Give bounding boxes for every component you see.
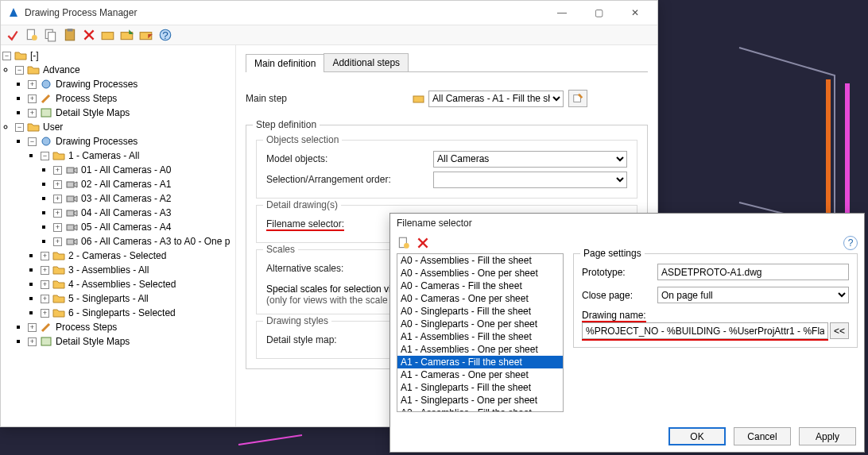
expand-toggle[interactable]: + xyxy=(53,209,62,218)
list-item[interactable]: A1 - Cameras - Fill the sheet xyxy=(397,356,563,368)
expand-toggle[interactable]: + xyxy=(41,266,49,275)
tab-main-definition[interactable]: Main definition xyxy=(246,54,324,72)
prototype-input[interactable] xyxy=(657,264,849,280)
expand-toggle[interactable]: + xyxy=(28,80,37,89)
main-titlebar[interactable]: Drawing Process Manager — ▢ ✕ xyxy=(1,1,657,25)
expand-toggle[interactable]: + xyxy=(28,109,37,118)
expand-toggle[interactable]: + xyxy=(53,195,62,203)
toolbar-delete-icon[interactable] xyxy=(82,28,96,42)
expand-toggle[interactable]: + xyxy=(28,337,37,346)
main-step-combo[interactable]: All Cameras - A1 - Fill the sheet xyxy=(428,91,564,107)
app-icon xyxy=(7,6,20,19)
filename-selector-dialog: Filename selector ? A0 - Assemblies - Fi… xyxy=(389,213,865,453)
tree-cameras-all[interactable]: − 1 - Cameras - All xyxy=(41,148,234,163)
tree-c04[interactable]: + 04 - All Cameras - A3 xyxy=(53,206,234,220)
expand-toggle[interactable]: + xyxy=(41,280,49,289)
dialog-help-icon[interactable]: ? xyxy=(843,236,858,250)
list-item[interactable]: A1 - Assemblies - One per sheet xyxy=(397,343,563,356)
expand-toggle[interactable]: + xyxy=(41,309,49,318)
dialog-new-icon[interactable] xyxy=(397,236,411,250)
tree-label: Drawing Processes xyxy=(56,79,138,90)
list-item[interactable]: A0 - Assemblies - Fill the sheet xyxy=(397,254,563,267)
tree-sp_sel[interactable]: + 6 - Singleparts - Selected xyxy=(41,306,234,320)
model-objects-combo[interactable]: All Cameras xyxy=(433,151,627,168)
list-item[interactable]: A1 - Cameras - One per sheet xyxy=(397,368,563,381)
tree-label: 06 - All Cameras - A3 to A0 - One p xyxy=(81,236,230,247)
tree-sp_all[interactable]: + 5 - Singleparts - All xyxy=(41,291,234,306)
expand-toggle[interactable]: + xyxy=(53,180,62,189)
tree-advance[interactable]: − Advance xyxy=(15,63,234,77)
tree-user-ps[interactable]: + Process Steps xyxy=(28,320,234,334)
list-item[interactable]: A1 - Singleparts - One per sheet xyxy=(397,394,563,407)
main-step-edit-button[interactable] xyxy=(568,90,587,107)
tree-user-dsm[interactable]: + Detail Style Maps xyxy=(28,334,234,349)
tree-root[interactable]: − [-] xyxy=(2,48,234,63)
cancel-button[interactable]: Cancel xyxy=(734,427,791,445)
special-scales-label: Special scales for selection views xyxy=(266,283,408,295)
tree-c05[interactable]: + 05 - All Cameras - A4 xyxy=(53,220,234,234)
tree-label: 4 - Assemblies - Selected xyxy=(68,279,176,290)
dialog-title[interactable]: Filename selector xyxy=(390,214,864,233)
selection-order-combo[interactable] xyxy=(433,172,627,188)
list-item[interactable]: A0 - Cameras - One per sheet xyxy=(397,292,563,305)
tree-pane[interactable]: − [-] − Advance + Drawing Processes + Pr… xyxy=(1,45,236,426)
expand-toggle[interactable]: − xyxy=(15,66,24,75)
expand-toggle[interactable]: − xyxy=(28,137,37,146)
maximize-button[interactable]: ▢ xyxy=(583,2,614,24)
expand-toggle[interactable]: + xyxy=(53,237,62,246)
expand-toggle[interactable]: + xyxy=(53,223,62,232)
expand-toggle[interactable]: + xyxy=(41,295,49,303)
page-settings-group: Page settings Prototype: Close page: On … xyxy=(573,253,858,348)
filename-selector-list[interactable]: A0 - Assemblies - Fill the sheetA0 - Ass… xyxy=(397,253,564,412)
tree-asm_all[interactable]: + 3 - Assemblies - All xyxy=(41,263,234,277)
list-item[interactable]: A0 - Assemblies - One per sheet xyxy=(397,267,563,280)
toolbar-folder1-icon[interactable] xyxy=(101,28,115,42)
expand-toggle[interactable]: − xyxy=(15,123,24,132)
expand-toggle[interactable]: + xyxy=(41,252,49,260)
tree-cam_sel[interactable]: + 2 - Cameras - Selected xyxy=(41,249,234,263)
list-item[interactable]: A0 - Singleparts - Fill the sheet xyxy=(397,305,563,318)
expand-toggle[interactable]: − xyxy=(2,52,11,60)
expand-toggle[interactable]: − xyxy=(41,152,49,160)
tree-asm_sel[interactable]: + 4 - Assemblies - Selected xyxy=(41,277,234,291)
expand-toggle[interactable]: + xyxy=(53,166,62,175)
toolbar-paste-icon[interactable] xyxy=(63,28,77,42)
tree-user[interactable]: − User xyxy=(15,120,234,134)
toolbar-new-icon[interactable] xyxy=(25,28,39,42)
svg-marker-34 xyxy=(74,239,77,245)
close-page-combo[interactable]: On page full xyxy=(657,287,849,303)
dialog-delete-icon[interactable] xyxy=(416,236,430,250)
model-objects-label: Model objects: xyxy=(266,153,433,164)
tree-advance-dsm[interactable]: + Detail Style Maps xyxy=(28,106,234,120)
close-button[interactable]: ✕ xyxy=(619,2,651,24)
toolbar-folder2-icon[interactable] xyxy=(120,28,134,42)
minimize-button[interactable]: — xyxy=(546,2,578,24)
list-item[interactable]: A0 - Cameras - Fill the sheet xyxy=(397,280,563,292)
tree-c06[interactable]: + 06 - All Cameras - A3 to A0 - One p xyxy=(53,234,234,249)
tree-advance-dp[interactable]: + Drawing Processes xyxy=(28,77,234,91)
drawing-name-input[interactable] xyxy=(582,322,828,339)
toolbar-folder3-icon[interactable] xyxy=(139,28,153,42)
tree-user-dp[interactable]: − Drawing Processes xyxy=(28,134,234,148)
toolbar-copy-icon[interactable] xyxy=(44,28,58,42)
toolbar-check-icon[interactable] xyxy=(6,28,20,42)
list-item[interactable]: A0 - Singleparts - One per sheet xyxy=(397,318,563,330)
list-item[interactable]: A1 - Assemblies - Fill the sheet xyxy=(397,330,563,343)
ok-button[interactable]: OK xyxy=(668,427,726,445)
expand-toggle[interactable]: + xyxy=(28,323,37,332)
toolbar-help-icon[interactable]: ? xyxy=(158,28,172,42)
tab-additional-steps[interactable]: Additional steps xyxy=(324,53,409,71)
list-item[interactable]: A1 - Singleparts - Fill the sheet xyxy=(397,381,563,394)
tree-c02[interactable]: + 02 - All Cameras - A1 xyxy=(53,177,234,191)
tree-advance-ps[interactable]: + Process Steps xyxy=(28,91,234,106)
drawing-name-label: Drawing name: xyxy=(582,310,657,321)
apply-button[interactable]: Apply xyxy=(799,427,856,445)
tree-icon xyxy=(40,78,52,91)
tree-c01[interactable]: + 01 - All Cameras - A0 xyxy=(53,163,234,177)
list-item[interactable]: A2 - Assemblies - Fill the sheet xyxy=(397,407,563,412)
expand-toggle[interactable]: + xyxy=(28,94,37,103)
tree-icon xyxy=(65,192,78,205)
drawing-name-more-button[interactable]: << xyxy=(830,322,849,339)
tree-icon xyxy=(27,121,40,133)
tree-c03[interactable]: + 03 - All Cameras - A2 xyxy=(53,191,234,206)
